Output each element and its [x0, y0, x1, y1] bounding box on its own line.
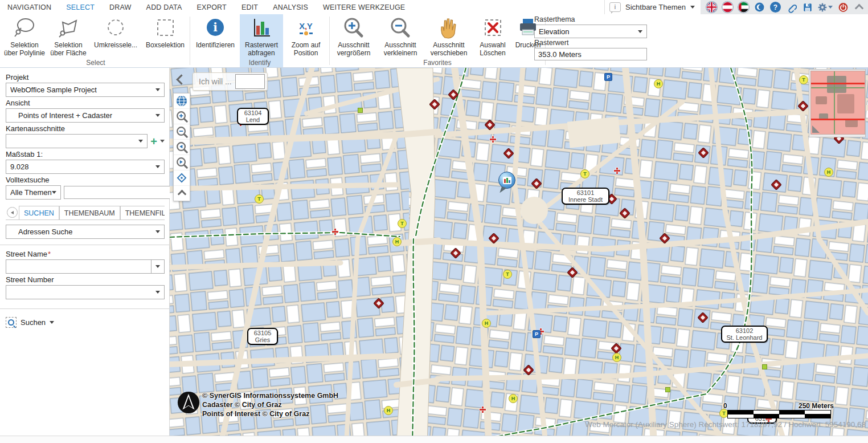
view-select[interactable]: Points of Interest + Cadaster: [6, 108, 165, 123]
raster-query-result-marker[interactable]: [498, 172, 515, 193]
settings-gear-icon[interactable]: [818, 2, 833, 13]
add-extent-button[interactable]: +: [150, 136, 157, 147]
menu-tab-navigation[interactable]: NAVIGATION: [0, 3, 59, 11]
pharmacy-marker[interactable]: [490, 136, 496, 143]
full-extent-button[interactable]: [174, 94, 190, 109]
extent-options-dropdown[interactable]: [160, 140, 165, 143]
pharmacy-marker[interactable]: [332, 229, 338, 235]
visible-themes-label: Sichtbare Themen: [625, 3, 686, 11]
pharmacy-marker[interactable]: [480, 407, 486, 413]
night-mode-crescent-icon[interactable]: [754, 2, 765, 13]
identify-button[interactable]: i Identifizieren: [191, 14, 240, 58]
tab-suchen[interactable]: SUCHEN: [19, 206, 59, 220]
hotel-marker[interactable]: H: [509, 394, 518, 403]
tram-marker[interactable]: T: [255, 194, 264, 204]
map-tool-column: [173, 93, 190, 201]
menu-tab-weitere-werkzeuge[interactable]: WEITERE WERKZEUGE: [316, 3, 412, 11]
language-german-flag-icon[interactable]: [722, 2, 733, 13]
menu-tab-select[interactable]: SELECT: [59, 3, 102, 11]
parking-marker[interactable]: P: [533, 330, 541, 338]
save-session-icon[interactable]: [802, 2, 813, 13]
hotel-marker[interactable]: H: [654, 79, 663, 88]
bar-chart-icon: [503, 177, 511, 184]
overview-collapse-arrow[interactable]: [812, 125, 820, 133]
collapse-ribbon-icon[interactable]: [854, 2, 865, 13]
select-area-button[interactable]: Selektion über Fläche: [47, 14, 90, 58]
zoom-previous-button[interactable]: [174, 140, 190, 155]
project-select[interactable]: WebOffice Sample Project: [6, 83, 165, 97]
zoom-out-extent-button[interactable]: Ausschnitt verkleinern: [377, 14, 424, 58]
select-box-button[interactable]: Boxselektion: [141, 14, 189, 58]
tram-marker[interactable]: T: [503, 270, 512, 279]
hotel-marker[interactable]: H: [612, 353, 621, 362]
map-extents-select[interactable]: [6, 134, 148, 148]
tab-themenbaum[interactable]: THEMENBAUM: [59, 206, 120, 220]
street-name-dropdown-button[interactable]: [151, 260, 164, 273]
button-label: Umkreissele...: [94, 41, 137, 49]
tram-marker[interactable]: T: [799, 75, 808, 84]
menu-tabs: NAVIGATION SELECT DRAW ADD DATA EXPORT E…: [0, 0, 412, 14]
map-copyright: © SynerGIS Informationssysteme GmbH Cada…: [202, 391, 338, 418]
ribbon-group-identify: i Identifizieren Rasterwert abfragen X,Y…: [191, 14, 329, 67]
menu-tab-export[interactable]: EXPORT: [190, 3, 234, 11]
select-polyline-button[interactable]: Selektion über Polylinie: [2, 14, 47, 58]
info-circle-icon: i: [203, 16, 228, 41]
collapse-tools-button[interactable]: [174, 186, 190, 201]
tab-themenfilter[interactable]: THEMENFILTER: [120, 206, 165, 220]
search-submit-button[interactable]: Suchen: [6, 317, 165, 328]
menu-tab-analysis[interactable]: ANALYSIS: [265, 3, 316, 11]
hotel-marker[interactable]: H: [392, 237, 402, 246]
search-type-select[interactable]: Adressen Suche: [6, 225, 165, 239]
ribbon-group-select: Selektion über Polylinie Selektion über …: [2, 14, 189, 67]
zoom-next-button[interactable]: [174, 155, 190, 170]
zoom-in-button[interactable]: [174, 109, 190, 124]
scale-select[interactable]: 9.028: [6, 160, 165, 174]
tram-marker[interactable]: T: [580, 169, 589, 178]
street-number-combobox[interactable]: [6, 285, 165, 299]
language-arabic-flag-icon[interactable]: [738, 2, 749, 13]
ich-will-input[interactable]: [235, 74, 265, 89]
print-button[interactable]: Drucken: [511, 14, 544, 58]
menu-tab-edit[interactable]: EDIT: [234, 3, 265, 11]
select-radius-button[interactable]: Umkreissele...: [90, 14, 141, 58]
scale-bar: 0250 Meters: [723, 402, 834, 418]
project-label: Projekt: [6, 73, 165, 82]
zoom-to-position-button[interactable]: X,Y Zoom auf Position: [283, 14, 329, 58]
raster-value-field[interactable]: [534, 48, 647, 60]
button-label: Position: [294, 49, 318, 57]
help-icon[interactable]: ?: [770, 2, 781, 13]
parking-marker[interactable]: P: [604, 73, 612, 81]
visible-themes-dropdown[interactable]: i Sichtbare Themen: [604, 0, 701, 14]
hotel-marker[interactable]: H: [824, 168, 833, 177]
raster-theme-select[interactable]: Elevation: [534, 25, 647, 38]
overview-map[interactable]: [809, 69, 866, 137]
current-position-button[interactable]: [174, 170, 190, 186]
ich-will-search-widget[interactable]: Ich will ...: [193, 72, 268, 91]
overview-extent-rectangle[interactable]: [810, 83, 865, 120]
map-viewport[interactable]: Ich will ...: [170, 68, 868, 436]
fulltext-search-label: Volltextsuche: [6, 176, 165, 184]
language-english-flag-icon[interactable]: [706, 2, 717, 13]
divider: [0, 308, 169, 309]
street-number-input[interactable]: [6, 286, 152, 298]
clear-selection-button[interactable]: Auswahl Löschen: [474, 14, 511, 58]
tabs-scroll-left-button[interactable]: [7, 207, 18, 218]
zoom-in-extent-button[interactable]: Ausschnitt vergrößern: [330, 14, 377, 58]
street-name-input[interactable]: [6, 260, 151, 272]
pharmacy-marker[interactable]: [614, 168, 620, 174]
street-name-combobox[interactable]: [6, 259, 165, 274]
zoom-out-button[interactable]: [174, 124, 190, 140]
menu-tab-add-data[interactable]: ADD DATA: [139, 3, 190, 11]
menu-tab-draw[interactable]: DRAW: [102, 3, 139, 11]
logout-power-icon[interactable]: [838, 2, 849, 13]
share-link-icon[interactable]: [786, 2, 797, 13]
district-label-innere-stadt: 63101Innere Stadt: [562, 188, 609, 205]
hotel-marker[interactable]: H: [482, 319, 491, 328]
fulltext-search-input[interactable]: [64, 186, 171, 199]
hotel-marker[interactable]: H: [384, 406, 393, 415]
fulltext-scope-select[interactable]: Alle Themen: [6, 185, 61, 200]
tram-marker[interactable]: T: [398, 219, 407, 228]
raster-value-query-button[interactable]: Rasterwert abfragen: [240, 14, 283, 58]
street-number-dropdown-button[interactable]: [152, 286, 164, 299]
pan-extent-button[interactable]: Ausschnitt verschieben: [424, 14, 474, 58]
